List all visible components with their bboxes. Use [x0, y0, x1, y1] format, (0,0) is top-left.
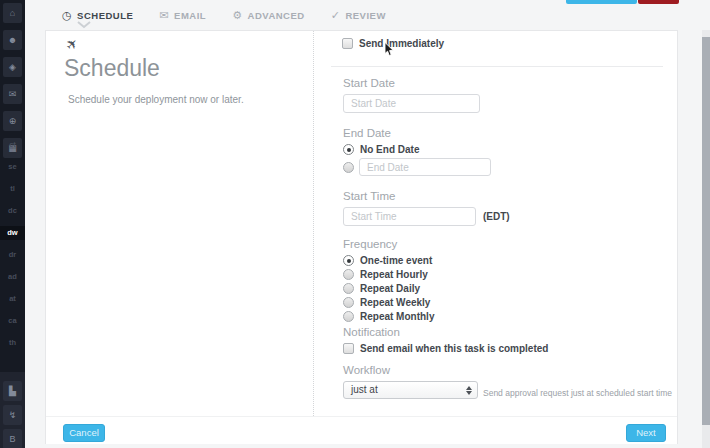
mouse-cursor: [384, 42, 395, 57]
scrollbar-thumb[interactable]: [702, 37, 710, 425]
tab-label: ADVANCED: [248, 10, 305, 21]
start-time-input[interactable]: [343, 207, 476, 226]
send-immediately-checkbox[interactable]: [342, 38, 353, 49]
panel-footer: Cancel Next: [46, 416, 677, 444]
notification-label: Notification: [343, 326, 400, 338]
sidebar-item-ca[interactable]: ca: [0, 314, 25, 328]
end-date-label: End Date: [343, 127, 391, 139]
workflow-helper-text: Send approval request just at scheduled …: [483, 388, 672, 398]
globe-icon[interactable]: ⊕: [3, 111, 22, 131]
timezone-label: (EDT): [483, 211, 510, 222]
page-subtitle: Schedule your deployment now or later.: [68, 94, 244, 105]
schedule-panel: ✈ Schedule Schedule your deployment now …: [45, 30, 678, 444]
send-immediately-label: Send Immediately: [359, 38, 444, 49]
bolt-icon[interactable]: ↯: [3, 405, 22, 425]
frequency-radio-repeat-daily[interactable]: [343, 283, 354, 294]
envelope-icon: ✉: [159, 9, 169, 22]
no-end-date-radio[interactable]: [343, 144, 354, 155]
rocket-icon: ✈: [62, 34, 82, 54]
tab-label: SCHEDULE: [77, 10, 133, 21]
danger-cutoff-button[interactable]: [638, 0, 679, 4]
cancel-button[interactable]: Cancel: [63, 424, 105, 442]
next-button[interactable]: Next: [626, 424, 666, 442]
workflow-select[interactable]: just at: [343, 381, 478, 399]
sidebar-item-th[interactable]: th: [0, 336, 25, 350]
page-title: Schedule: [64, 55, 160, 82]
tab-label: REVIEW: [345, 10, 385, 21]
sidebar-item-tl[interactable]: tl: [0, 182, 25, 196]
tab-review[interactable]: ✓REVIEW: [331, 9, 386, 22]
select-stepper-icon: [466, 386, 472, 395]
end-date-input[interactable]: [359, 158, 491, 176]
frequency-radio-one-time-event[interactable]: [343, 255, 354, 266]
mail-icon[interactable]: ✉: [3, 84, 22, 104]
tab-email[interactable]: ✉EMAIL: [159, 9, 206, 22]
tab-bar: ◷SCHEDULE✉EMAIL⚙ADVANCED✓REVIEW: [62, 0, 412, 30]
frequency-radio-repeat-monthly[interactable]: [343, 311, 354, 322]
end-date-radio[interactable]: [343, 162, 354, 173]
primary-cutoff-button[interactable]: [566, 0, 637, 4]
users-icon[interactable]: ☻: [3, 30, 22, 50]
column-divider: [313, 31, 314, 416]
sidebar: ⌂☻◈✉⊕▦ ctsetldcdwdradatcath ▙↯B: [0, 0, 25, 448]
notify-email-checkbox[interactable]: [343, 343, 354, 354]
scrollbar-track[interactable]: [702, 30, 710, 448]
frequency-option-label: Repeat Hourly: [360, 269, 428, 280]
letter-b-icon[interactable]: B: [3, 429, 22, 448]
section-divider: [331, 66, 663, 67]
frequency-radio-repeat-hourly[interactable]: [343, 269, 354, 280]
sidebar-item-dw[interactable]: dw: [0, 226, 25, 240]
frequency-option-label: Repeat Monthly: [360, 311, 434, 322]
frequency-radio-repeat-weekly[interactable]: [343, 297, 354, 308]
sidebar-item-ad[interactable]: ad: [0, 270, 25, 284]
check-icon: ✓: [331, 9, 341, 22]
start-time-label: Start Time: [343, 190, 395, 202]
sidebar-item-se[interactable]: se: [0, 160, 25, 174]
chart-icon[interactable]: ▙: [3, 381, 22, 401]
notify-email-label: Send email when this task is completed: [360, 343, 548, 354]
start-date-label: Start Date: [343, 77, 395, 89]
workflow-label: Workflow: [343, 364, 390, 376]
sidebar-item-dc[interactable]: dc: [0, 204, 25, 218]
gears-icon: ⚙: [232, 9, 242, 22]
tab-label: EMAIL: [174, 10, 206, 21]
top-nav: ◷SCHEDULE✉EMAIL⚙ADVANCED✓REVIEW: [25, 0, 710, 30]
tab-caret-icon: [76, 20, 92, 29]
start-date-input[interactable]: [343, 94, 480, 113]
frequency-option-label: Repeat Daily: [360, 283, 420, 294]
sidebar-item-ct[interactable]: ct: [0, 138, 25, 152]
frequency-option-label: Repeat Weekly: [360, 297, 430, 308]
sidebar-item-at[interactable]: at: [0, 292, 25, 306]
frequency-label: Frequency: [343, 238, 397, 250]
workflow-selected-value: just at: [351, 384, 378, 395]
tab-advanced[interactable]: ⚙ADVANCED: [232, 9, 305, 22]
no-end-date-label: No End Date: [360, 144, 419, 155]
gem-icon[interactable]: ◈: [3, 57, 22, 77]
sidebar-item-dr[interactable]: dr: [0, 248, 25, 262]
frequency-option-label: One-time event: [360, 255, 432, 266]
tab-schedule[interactable]: ◷SCHEDULE: [62, 9, 133, 22]
clock-icon: ◷: [62, 9, 72, 22]
home-icon[interactable]: ⌂: [3, 3, 22, 23]
